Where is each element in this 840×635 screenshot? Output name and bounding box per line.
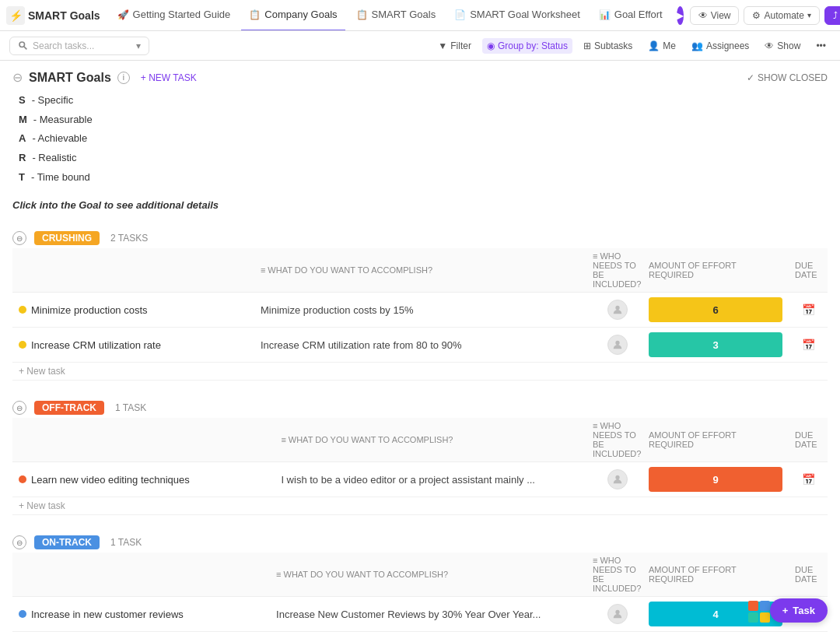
effort-bar-t1: 6 bbox=[649, 297, 782, 322]
task-table-crushing: ≡WHAT DO YOU WANT TO ACCOMPLISH? ≡WHO NE… bbox=[12, 248, 828, 381]
chevron-down-icon: ▾ bbox=[807, 11, 811, 19]
tab-smart-goals[interactable]: 📋 SMART Goals bbox=[348, 0, 444, 31]
show-closed-button[interactable]: ✓ SHOW CLOSED bbox=[747, 72, 828, 83]
new-task-row-ontrack[interactable]: + New task bbox=[12, 632, 828, 633]
group-count-offtrack: 1 TASK bbox=[115, 402, 146, 413]
task-name-cell-t3: Learn new video editing techniques bbox=[12, 462, 275, 497]
group-offtrack: ⊖ OFF-TRACK 1 TASK ≡WHAT DO YOU WANT TO … bbox=[12, 396, 828, 515]
col-effort-ontrack: AMOUNT OF EFFORT REQUIRED bbox=[649, 553, 789, 597]
more-options-button[interactable]: ••• bbox=[811, 38, 831, 54]
tab-company-goals[interactable]: 📋 Company Goals bbox=[241, 0, 345, 31]
task-who-t4 bbox=[586, 597, 649, 632]
info-icon[interactable]: i bbox=[117, 72, 130, 84]
col-due-offtrack: DUE DATE bbox=[789, 418, 828, 462]
task-status-dot-t4 bbox=[19, 610, 26, 618]
automate-icon: ⚙ bbox=[752, 10, 761, 21]
tab-smart-goal-worksheet[interactable]: 📄 SMART Goal Worksheet bbox=[446, 0, 588, 31]
task-effort-t3: 9 bbox=[649, 462, 789, 497]
col-effort-offtrack: AMOUNT OF EFFORT REQUIRED bbox=[649, 418, 789, 462]
avatar-t3 bbox=[607, 469, 628, 489]
goal-effort-icon: 📊 bbox=[599, 9, 611, 20]
share-button[interactable]: ⤴ Share bbox=[824, 6, 840, 25]
col-effort-crushing: AMOUNT OF EFFORT REQUIRED bbox=[649, 248, 789, 293]
effort-bar-t3: 9 bbox=[649, 467, 782, 492]
col-who-offtrack: ≡WHO NEEDS TO BE INCLUDED? bbox=[586, 418, 649, 462]
group-collapse-crushing[interactable]: ⊖ bbox=[12, 231, 26, 245]
page-header: ⊖ SMART Goals i + NEW TASK ✓ SHOW CLOSED bbox=[12, 70, 828, 85]
group-badge-ontrack[interactable]: ON-TRACK bbox=[34, 535, 100, 549]
group-collapse-offtrack[interactable]: ⊖ bbox=[12, 401, 26, 415]
group-badge-offtrack[interactable]: OFF-TRACK bbox=[34, 401, 104, 415]
task-effort-t2: 3 bbox=[649, 328, 789, 363]
task-accomplish-t3: I wish to be a video editor or a project… bbox=[275, 462, 586, 497]
new-task-row-crushing[interactable]: + New task bbox=[12, 363, 828, 381]
app-title: SMART Goals bbox=[28, 9, 100, 22]
accomplish-col-icon: ≡ bbox=[281, 435, 285, 444]
search-box[interactable]: Search tasks... ▾ bbox=[9, 37, 149, 55]
new-task-button[interactable]: + NEW TASK bbox=[136, 71, 201, 85]
subtasks-button[interactable]: ⊞ Subtasks bbox=[579, 38, 637, 54]
task-due-t3[interactable]: 📅 bbox=[789, 462, 828, 497]
calendar-icon-t2[interactable]: 📅 bbox=[802, 339, 815, 351]
subtasks-icon: ⊞ bbox=[583, 40, 591, 51]
group-by-button[interactable]: ◉ Group by: Status bbox=[482, 38, 572, 54]
search-dropdown-icon: ▾ bbox=[136, 40, 141, 51]
collapse-icon[interactable]: ⊖ bbox=[12, 70, 23, 85]
filter-button[interactable]: ▼ Filter bbox=[433, 38, 476, 54]
task-status-dot-t1 bbox=[19, 306, 26, 314]
task-name-t1: Minimize production costs bbox=[31, 304, 148, 316]
tab-getting-started[interactable]: 🚀 Getting Started Guide bbox=[110, 0, 239, 31]
smart-goals-icon: 📋 bbox=[356, 9, 368, 20]
group-collapse-ontrack[interactable]: ⊖ bbox=[12, 535, 26, 549]
task-table-offtrack: ≡WHAT DO YOU WANT TO ACCOMPLISH? ≡WHO NE… bbox=[12, 418, 828, 515]
view-icon: 👁 bbox=[698, 10, 708, 21]
search-icon bbox=[18, 40, 28, 51]
group-ontrack: ⊖ ON-TRACK 1 TASK ≡WHAT DO YOU WANT TO A… bbox=[12, 531, 828, 633]
show-icon: 👁 bbox=[765, 40, 774, 51]
table-header-row: ≡WHAT DO YOU WANT TO ACCOMPLISH? ≡WHO NE… bbox=[12, 418, 828, 462]
task-status-dot-t3 bbox=[19, 475, 26, 483]
me-button[interactable]: 👤 Me bbox=[643, 38, 681, 54]
color-grid-button[interactable] bbox=[748, 601, 770, 623]
assignees-button[interactable]: 👥 Assignees bbox=[687, 38, 754, 54]
automate-button[interactable]: ⚙ Automate ▾ bbox=[744, 6, 819, 25]
task-who-t3 bbox=[586, 462, 649, 497]
table-row[interactable]: Increase in new customer reviews Increas… bbox=[12, 597, 828, 632]
worksheet-icon: 📄 bbox=[454, 9, 466, 20]
task-due-t2[interactable]: 📅 bbox=[789, 328, 828, 363]
task-due-t1[interactable]: 📅 bbox=[789, 293, 828, 328]
task-name-cell-t2: Increase CRM utilization rate bbox=[12, 328, 254, 363]
col-accomplish-offtrack: ≡WHAT DO YOU WANT TO ACCOMPLISH? bbox=[275, 418, 586, 462]
task-effort-t1: 6 bbox=[649, 293, 789, 328]
more-icon: ••• bbox=[816, 40, 826, 51]
company-goals-icon: 📋 bbox=[249, 9, 261, 20]
col-accomplish-ontrack: ≡WHAT DO YOU WANT TO ACCOMPLISH? bbox=[270, 553, 586, 597]
group-count-crushing: 2 TASKS bbox=[110, 233, 148, 244]
more-tabs-button[interactable]: ▶ bbox=[677, 6, 684, 25]
group-header-ontrack: ⊖ ON-TRACK 1 TASK bbox=[12, 531, 828, 553]
svg-line-1 bbox=[24, 47, 26, 49]
accomplish-col-icon: ≡ bbox=[261, 265, 265, 275]
view-button[interactable]: 👁 View bbox=[690, 6, 740, 25]
table-row[interactable]: Learn new video editing techniques I wis… bbox=[12, 462, 828, 497]
group-badge-crushing[interactable]: CRUSHING bbox=[34, 231, 100, 245]
assignees-icon: 👥 bbox=[691, 40, 703, 51]
create-task-fab[interactable]: + Task bbox=[770, 598, 828, 623]
main-content: ⊖ SMART Goals i + NEW TASK ✓ SHOW CLOSED… bbox=[0, 61, 840, 633]
me-icon: 👤 bbox=[648, 40, 660, 51]
task-table-ontrack: ≡WHAT DO YOU WANT TO ACCOMPLISH? ≡WHO NE… bbox=[12, 553, 828, 633]
tab-goal-effort[interactable]: 📊 Goal Effort bbox=[591, 0, 670, 31]
svg-point-5 bbox=[615, 610, 619, 614]
calendar-icon-t1[interactable]: 📅 bbox=[802, 303, 815, 316]
new-task-row-offtrack[interactable]: + New task bbox=[12, 497, 828, 515]
table-row[interactable]: Increase CRM utilization rate Increase C… bbox=[12, 328, 828, 363]
col-who-ontrack: ≡WHO NEEDS TO BE INCLUDED? bbox=[586, 553, 649, 597]
col-task-name bbox=[12, 418, 275, 462]
fab-plus-icon: + bbox=[782, 605, 789, 616]
col-who-crushing: ≡WHO NEEDS TO BE INCLUDED? bbox=[586, 248, 649, 293]
table-row[interactable]: Minimize production costs Minimize produ… bbox=[12, 293, 828, 328]
col-task-name bbox=[12, 553, 270, 597]
table-header-row: ≡WHAT DO YOU WANT TO ACCOMPLISH? ≡WHO NE… bbox=[12, 553, 828, 597]
show-button[interactable]: 👁 Show bbox=[760, 38, 805, 54]
calendar-icon-t3[interactable]: 📅 bbox=[802, 473, 815, 486]
